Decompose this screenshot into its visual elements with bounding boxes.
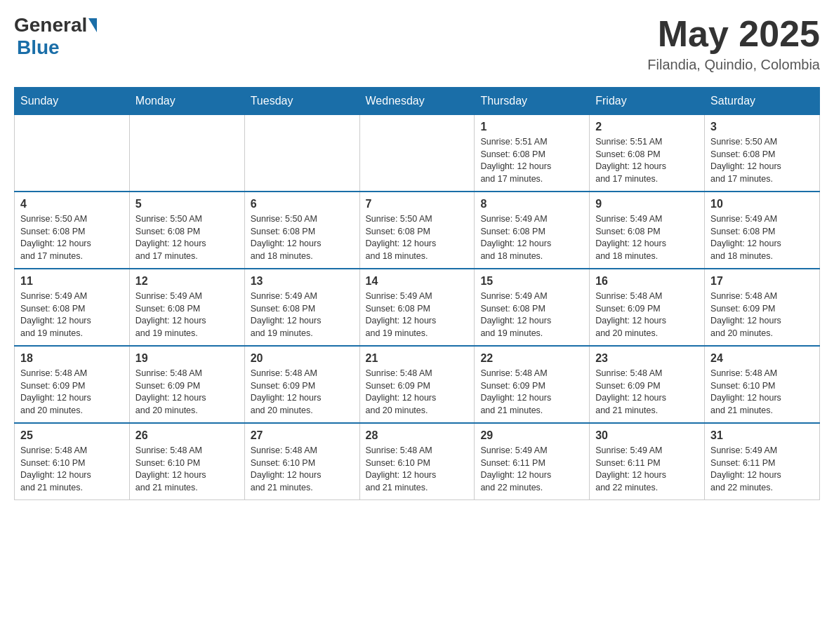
calendar-cell: 22Sunrise: 5:48 AM Sunset: 6:09 PM Dayli… bbox=[475, 346, 590, 423]
calendar-cell: 15Sunrise: 5:49 AM Sunset: 6:08 PM Dayli… bbox=[475, 269, 590, 346]
day-number: 17 bbox=[710, 275, 814, 288]
day-sun-info: Sunrise: 5:49 AM Sunset: 6:08 PM Dayligh… bbox=[20, 290, 124, 340]
day-number: 28 bbox=[366, 429, 469, 442]
day-number: 23 bbox=[595, 352, 699, 365]
day-number: 1 bbox=[480, 121, 583, 133]
day-sun-info: Sunrise: 5:51 AM Sunset: 6:08 PM Dayligh… bbox=[480, 136, 583, 185]
weekday-header-sunday: Sunday bbox=[15, 88, 130, 115]
day-number: 16 bbox=[595, 275, 699, 288]
calendar-cell: 31Sunrise: 5:49 AM Sunset: 6:11 PM Dayli… bbox=[705, 423, 820, 500]
calendar-cell: 19Sunrise: 5:48 AM Sunset: 6:09 PM Dayli… bbox=[129, 346, 244, 423]
day-number: 3 bbox=[710, 121, 814, 133]
day-number: 10 bbox=[710, 198, 814, 210]
logo-blue-text: Blue bbox=[17, 36, 60, 58]
calendar-cell bbox=[15, 115, 130, 192]
calendar-cell: 6Sunrise: 5:50 AM Sunset: 6:08 PM Daylig… bbox=[244, 192, 359, 269]
weekday-header-thursday: Thursday bbox=[475, 88, 590, 115]
day-number: 8 bbox=[480, 198, 583, 210]
day-number: 26 bbox=[135, 429, 239, 442]
day-number: 22 bbox=[480, 352, 583, 365]
calendar-cell bbox=[129, 115, 244, 192]
calendar-cell: 23Sunrise: 5:48 AM Sunset: 6:09 PM Dayli… bbox=[590, 346, 705, 423]
logo-triangle-icon bbox=[88, 18, 97, 32]
logo-general-text: General bbox=[14, 14, 87, 36]
calendar-cell: 7Sunrise: 5:50 AM Sunset: 6:08 PM Daylig… bbox=[359, 192, 475, 269]
calendar-cell: 10Sunrise: 5:49 AM Sunset: 6:08 PM Dayli… bbox=[705, 192, 820, 269]
day-sun-info: Sunrise: 5:49 AM Sunset: 6:08 PM Dayligh… bbox=[480, 213, 583, 262]
calendar-cell: 1Sunrise: 5:51 AM Sunset: 6:08 PM Daylig… bbox=[475, 115, 590, 192]
calendar-cell: 2Sunrise: 5:51 AM Sunset: 6:08 PM Daylig… bbox=[590, 115, 705, 192]
calendar-cell: 4Sunrise: 5:50 AM Sunset: 6:08 PM Daylig… bbox=[15, 192, 130, 269]
day-number: 9 bbox=[595, 198, 699, 210]
day-number: 27 bbox=[251, 429, 354, 442]
day-sun-info: Sunrise: 5:50 AM Sunset: 6:08 PM Dayligh… bbox=[20, 213, 124, 262]
day-sun-info: Sunrise: 5:50 AM Sunset: 6:08 PM Dayligh… bbox=[251, 213, 354, 262]
day-sun-info: Sunrise: 5:48 AM Sunset: 6:10 PM Dayligh… bbox=[135, 445, 239, 494]
logo: General Blue bbox=[14, 14, 97, 59]
day-sun-info: Sunrise: 5:48 AM Sunset: 6:10 PM Dayligh… bbox=[710, 368, 814, 417]
day-sun-info: Sunrise: 5:49 AM Sunset: 6:08 PM Dayligh… bbox=[135, 290, 239, 340]
calendar-cell: 24Sunrise: 5:48 AM Sunset: 6:10 PM Dayli… bbox=[705, 346, 820, 423]
day-sun-info: Sunrise: 5:48 AM Sunset: 6:09 PM Dayligh… bbox=[251, 368, 354, 417]
calendar-cell: 9Sunrise: 5:49 AM Sunset: 6:08 PM Daylig… bbox=[590, 192, 705, 269]
title-section: May 2025 Filandia, Quindio, Colombia bbox=[647, 14, 820, 73]
day-sun-info: Sunrise: 5:48 AM Sunset: 6:09 PM Dayligh… bbox=[366, 368, 469, 417]
calendar-week-row: 11Sunrise: 5:49 AM Sunset: 6:08 PM Dayli… bbox=[15, 269, 820, 346]
calendar-cell bbox=[359, 115, 475, 192]
calendar-cell: 27Sunrise: 5:48 AM Sunset: 6:10 PM Dayli… bbox=[244, 423, 359, 500]
calendar-table: SundayMondayTuesdayWednesdayThursdayFrid… bbox=[14, 87, 820, 500]
day-sun-info: Sunrise: 5:50 AM Sunset: 6:08 PM Dayligh… bbox=[710, 136, 814, 185]
day-number: 19 bbox=[135, 352, 239, 365]
day-sun-info: Sunrise: 5:51 AM Sunset: 6:08 PM Dayligh… bbox=[595, 136, 699, 185]
calendar-cell bbox=[244, 115, 359, 192]
day-number: 14 bbox=[366, 275, 469, 288]
weekday-header-wednesday: Wednesday bbox=[359, 88, 475, 115]
day-sun-info: Sunrise: 5:48 AM Sunset: 6:09 PM Dayligh… bbox=[595, 290, 699, 340]
day-number: 24 bbox=[710, 352, 814, 365]
day-sun-info: Sunrise: 5:48 AM Sunset: 6:09 PM Dayligh… bbox=[710, 290, 814, 340]
day-number: 2 bbox=[595, 121, 699, 133]
day-number: 18 bbox=[20, 352, 124, 365]
day-sun-info: Sunrise: 5:48 AM Sunset: 6:10 PM Dayligh… bbox=[251, 445, 354, 494]
day-sun-info: Sunrise: 5:49 AM Sunset: 6:08 PM Dayligh… bbox=[480, 290, 583, 340]
weekday-header-row: SundayMondayTuesdayWednesdayThursdayFrid… bbox=[15, 88, 820, 115]
day-number: 6 bbox=[251, 198, 354, 210]
weekday-header-monday: Monday bbox=[129, 88, 244, 115]
calendar-week-row: 4Sunrise: 5:50 AM Sunset: 6:08 PM Daylig… bbox=[15, 192, 820, 269]
day-number: 13 bbox=[251, 275, 354, 288]
calendar-cell: 8Sunrise: 5:49 AM Sunset: 6:08 PM Daylig… bbox=[475, 192, 590, 269]
day-number: 11 bbox=[20, 275, 124, 288]
day-sun-info: Sunrise: 5:49 AM Sunset: 6:11 PM Dayligh… bbox=[710, 445, 814, 494]
day-number: 31 bbox=[710, 429, 814, 442]
day-sun-info: Sunrise: 5:49 AM Sunset: 6:08 PM Dayligh… bbox=[595, 213, 699, 262]
day-sun-info: Sunrise: 5:48 AM Sunset: 6:09 PM Dayligh… bbox=[480, 368, 583, 417]
day-sun-info: Sunrise: 5:49 AM Sunset: 6:11 PM Dayligh… bbox=[480, 445, 583, 494]
calendar-week-row: 1Sunrise: 5:51 AM Sunset: 6:08 PM Daylig… bbox=[15, 115, 820, 192]
weekday-header-friday: Friday bbox=[590, 88, 705, 115]
day-number: 7 bbox=[366, 198, 469, 210]
calendar-cell: 20Sunrise: 5:48 AM Sunset: 6:09 PM Dayli… bbox=[244, 346, 359, 423]
calendar-cell: 30Sunrise: 5:49 AM Sunset: 6:11 PM Dayli… bbox=[590, 423, 705, 500]
calendar-cell: 12Sunrise: 5:49 AM Sunset: 6:08 PM Dayli… bbox=[129, 269, 244, 346]
day-sun-info: Sunrise: 5:49 AM Sunset: 6:11 PM Dayligh… bbox=[595, 445, 699, 494]
calendar-cell: 11Sunrise: 5:49 AM Sunset: 6:08 PM Dayli… bbox=[15, 269, 130, 346]
day-number: 12 bbox=[135, 275, 239, 288]
month-year-title: May 2025 bbox=[647, 14, 820, 54]
calendar-cell: 21Sunrise: 5:48 AM Sunset: 6:09 PM Dayli… bbox=[359, 346, 475, 423]
day-sun-info: Sunrise: 5:49 AM Sunset: 6:08 PM Dayligh… bbox=[251, 290, 354, 340]
calendar-cell: 17Sunrise: 5:48 AM Sunset: 6:09 PM Dayli… bbox=[705, 269, 820, 346]
calendar-cell: 28Sunrise: 5:48 AM Sunset: 6:10 PM Dayli… bbox=[359, 423, 475, 500]
day-number: 21 bbox=[366, 352, 469, 365]
calendar-cell: 29Sunrise: 5:49 AM Sunset: 6:11 PM Dayli… bbox=[475, 423, 590, 500]
day-sun-info: Sunrise: 5:48 AM Sunset: 6:10 PM Dayligh… bbox=[366, 445, 469, 494]
calendar-cell: 26Sunrise: 5:48 AM Sunset: 6:10 PM Dayli… bbox=[129, 423, 244, 500]
day-sun-info: Sunrise: 5:49 AM Sunset: 6:08 PM Dayligh… bbox=[366, 290, 469, 340]
day-sun-info: Sunrise: 5:48 AM Sunset: 6:09 PM Dayligh… bbox=[20, 368, 124, 417]
day-sun-info: Sunrise: 5:50 AM Sunset: 6:08 PM Dayligh… bbox=[366, 213, 469, 262]
day-sun-info: Sunrise: 5:49 AM Sunset: 6:08 PM Dayligh… bbox=[710, 213, 814, 262]
calendar-cell: 14Sunrise: 5:49 AM Sunset: 6:08 PM Dayli… bbox=[359, 269, 475, 346]
day-sun-info: Sunrise: 5:50 AM Sunset: 6:08 PM Dayligh… bbox=[135, 213, 239, 262]
day-number: 15 bbox=[480, 275, 583, 288]
day-sun-info: Sunrise: 5:48 AM Sunset: 6:09 PM Dayligh… bbox=[135, 368, 239, 417]
day-number: 30 bbox=[595, 429, 699, 442]
